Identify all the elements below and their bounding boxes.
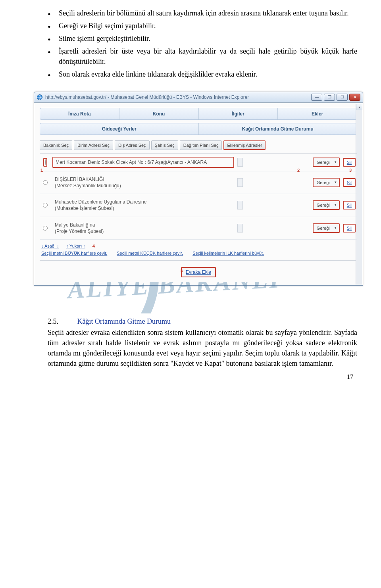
window-maximize-button[interactable]: ☐ — [337, 94, 348, 101]
window-title: http://ebys.muhasebat.gov.tr/ - Muhaseba… — [45, 94, 311, 100]
filter-sahis-sec[interactable]: Şahıs Seç — [151, 140, 178, 150]
address-text: Muhasebe Düzenleme Uygulama Dairesine (M… — [52, 197, 234, 213]
action-select[interactable]: Gereği — [313, 158, 340, 167]
window-content: ▴ İmza Rota Konu İlgiler Ekler Gideceği … — [34, 103, 363, 285]
filter-buttons: Bakanlık Seç Birim Adresi Seç Dış Adres … — [40, 140, 357, 150]
window-titlebar: http://ebys.muhasebat.gov.tr/ - Muhaseba… — [34, 92, 363, 103]
address-text: DIŞİŞLERİ BAKANLIĞI (Merkez Saymanlık Mü… — [52, 175, 234, 190]
ie-window: http://ebys.muhasebat.gov.tr/ - Muhaseba… — [34, 92, 363, 286]
window-close-button[interactable]: ✕ — [349, 94, 360, 101]
intro-bullet-list: Seçili adreslerin bir bölümünü alt satır… — [48, 8, 357, 80]
ie-icon — [37, 94, 43, 100]
drag-handle-icon[interactable] — [237, 178, 243, 187]
badge-3: 3 — [349, 168, 352, 173]
action-select[interactable]: Gereği — [313, 200, 340, 210]
tab-ekler[interactable]: Ekler — [278, 108, 357, 119]
tab-imza-rota[interactable]: İmza Rota — [40, 108, 119, 119]
address-text: Maliye Bakanlığına (Proje Yönetim Şubesi… — [52, 220, 234, 236]
action-select[interactable]: Gereği — [313, 178, 340, 187]
badge-5: 5 — [181, 269, 183, 273]
bullet-item: İşaretli adresleri bir üste veya bir alt… — [48, 46, 357, 67]
window-minimize-button[interactable]: — — [311, 94, 322, 101]
tabs-row-1: İmza Rota Konu İlgiler Ekler — [40, 108, 357, 120]
capitalize-link[interactable]: Seçili kelimelerin İLK harflerini büyüt. — [192, 251, 264, 256]
section-heading: 2.5. Kâğıt Ortamında Gitme Durumu — [48, 317, 357, 326]
tab-konu[interactable]: Konu — [119, 108, 199, 119]
bullet-item: Seçili adreslerin bir bölümünü alt satır… — [48, 8, 357, 18]
filter-bakanlik-sec[interactable]: Bakanlık Seç — [40, 140, 72, 150]
badge-1-wrap — [43, 158, 47, 167]
window-restore-button[interactable]: ❐ — [324, 94, 335, 101]
tabs-row-2: Gideceği Yerler Kağıt Ortamında Gitme Du… — [40, 123, 357, 135]
badge-1: 1 — [40, 168, 43, 173]
delete-link[interactable]: Sil — [343, 224, 356, 233]
scroll-up-icon[interactable]: ▴ — [356, 104, 362, 110]
move-row: ↓ Aşağı ↓ ↑ Yukarı ↑ 4 — [40, 240, 357, 250]
section-title: Kâğıt Ortamında Gitme Durumu — [77, 317, 171, 325]
filter-dagitim-plani-sec[interactable]: Dağıtım Planı Seç — [180, 140, 222, 150]
drag-handle-icon[interactable] — [237, 158, 243, 167]
move-up-link[interactable]: ↑ Yukarı ↑ — [66, 244, 85, 248]
drag-handle-icon[interactable] — [237, 201, 243, 209]
tab-gidecegi-yerler[interactable]: Gideceği Yerler — [40, 123, 199, 135]
convert-row: Seçili metni BÜYÜK harflere çevir. Seçil… — [40, 250, 357, 261]
delete-link[interactable]: Sil — [343, 201, 356, 209]
badge-2: 2 — [297, 168, 300, 173]
address-row: Muhasebe Düzenleme Uygulama Dairesine (M… — [40, 194, 357, 217]
section-paragraph: Seçili adresler evraka eklendikten sonra… — [48, 327, 357, 369]
lowercase-link[interactable]: Seçili metni KÜÇÜK harflere çevir. — [117, 251, 183, 256]
bullet-item: Gereği ve Bilgi seçimi yapılabilir. — [48, 21, 357, 31]
section-number: 2.5. — [48, 317, 75, 326]
radio-select[interactable] — [43, 180, 48, 185]
bullet-item: Son olarak evraka ekle linkine tıklanara… — [48, 69, 357, 79]
filter-eklenmis-adresler[interactable]: Eklenmiş Adresler — [223, 140, 266, 150]
delete-link[interactable]: Sil — [343, 178, 356, 187]
evraka-ekle-button[interactable]: 5 Evraka Ekle — [181, 267, 216, 277]
bullet-item: Silme işlemi gerçekleştirilebilir. — [48, 33, 357, 44]
badge-4: 4 — [92, 244, 95, 248]
evraka-ekle-label: Evraka Ekle — [186, 269, 211, 275]
address-text: Mert Kocaman Deniz Sokak Çiçek Apt No : … — [52, 157, 234, 168]
uppercase-link[interactable]: Seçili metni BÜYÜK harflere çevir. — [41, 251, 107, 256]
action-select[interactable]: Gereği — [313, 223, 340, 233]
page-number: 17 — [347, 373, 353, 380]
filter-birim-adresi-sec[interactable]: Birim Adresi Seç — [74, 140, 113, 150]
address-row: Maliye Bakanlığına (Proje Yönetim Şubesi… — [40, 217, 357, 240]
tab-kagit-ortaminda[interactable]: Kağıt Ortamında Gitme Durumu — [199, 123, 357, 135]
delete-link[interactable]: Sil — [343, 158, 356, 167]
address-list: 2 3 1 Mert Kocaman Deniz Sokak Çiçek Apt… — [40, 153, 357, 240]
tab-ilgiler[interactable]: İlgiler — [199, 108, 278, 119]
address-row: DIŞİŞLERİ BAKANLIĞI (Merkez Saymanlık Mü… — [40, 171, 357, 194]
radio-select[interactable] — [45, 159, 46, 165]
filter-dis-adres-sec[interactable]: Dış Adres Seç — [115, 140, 150, 150]
watermark: ALİYE BAKANLI — [48, 282, 357, 313]
address-row: 1 Mert Kocaman Deniz Sokak Çiçek Apt No … — [40, 154, 357, 171]
radio-select[interactable] — [43, 203, 48, 208]
move-down-link[interactable]: ↓ Aşağı ↓ — [41, 244, 59, 248]
drag-handle-icon[interactable] — [237, 224, 243, 233]
radio-select[interactable] — [43, 226, 48, 231]
